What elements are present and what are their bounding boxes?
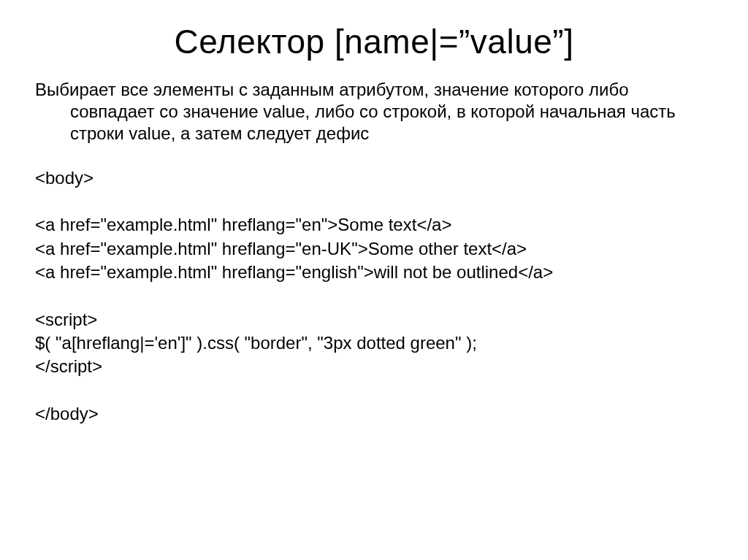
blank-line [35,190,713,213]
blank-line [35,379,713,402]
code-anchor-english: <a href="example.html" hreflang="english… [35,261,713,284]
code-body-open: <body> [35,166,713,190]
blank-line [35,285,713,308]
code-anchor-en-uk: <a href="example.html" hreflang="en-UK">… [35,237,713,261]
slide-title: Селектор [name|=”value”] [35,22,713,61]
code-jquery-call: $( "a[hreflang|='en']" ).css( "border", … [35,331,713,355]
description-paragraph: Выбирает все элементы с заданным атрибут… [35,79,713,145]
code-body-close: </body> [35,402,713,426]
code-script-open: <script> [35,308,713,331]
code-anchor-en: <a href="example.html" hreflang="en">Som… [35,213,713,237]
code-script-close: </script> [35,355,713,378]
